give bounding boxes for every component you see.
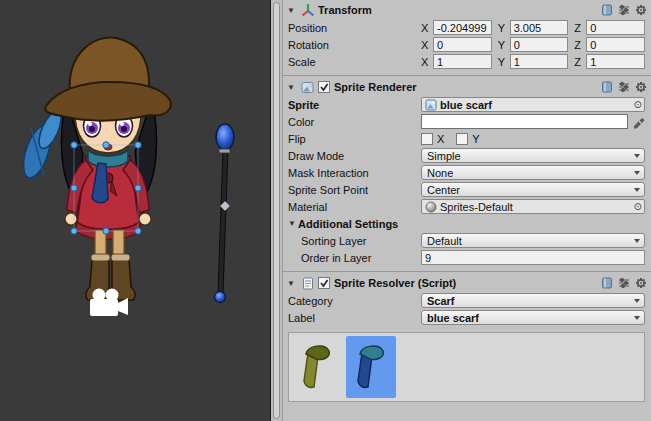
scale-z-field[interactable]	[586, 54, 645, 69]
sprite-renderer-enabled-checkbox[interactable]	[318, 81, 330, 93]
position-z-field[interactable]	[586, 20, 645, 35]
sorting-layer-label: Sorting Layer	[288, 235, 421, 247]
rotation-row: Rotation X Y Z	[283, 36, 651, 53]
axis-x-label: X	[421, 39, 430, 51]
transform-component: ▼ Transform Position X Y	[283, 0, 651, 70]
green-scarf-thumbnail[interactable]	[292, 336, 342, 398]
eyedropper-icon[interactable]	[632, 115, 645, 128]
label-dropdown[interactable]: blue scarf	[421, 310, 645, 325]
sprite-object-field[interactable]: blue scarf ⊙	[421, 97, 645, 112]
transform-header[interactable]: ▼ Transform	[283, 1, 651, 19]
sorting-layer-row: Sorting Layer Default	[283, 232, 651, 249]
rotation-y-field[interactable]	[510, 37, 569, 52]
sprite-resolver-header[interactable]: ▼ Sprite Resolver (Script)	[283, 274, 651, 292]
mask-interaction-dropdown[interactable]: None	[421, 165, 645, 180]
help-icon[interactable]	[600, 4, 613, 17]
sprite-row: Sprite blue scarf ⊙	[283, 96, 651, 113]
presets-icon[interactable]	[617, 81, 630, 94]
rotation-z-field[interactable]	[586, 37, 645, 52]
transform-icon	[301, 4, 314, 17]
help-icon[interactable]	[600, 277, 613, 290]
category-label: Category	[288, 295, 421, 307]
sprite-variant-picker	[288, 332, 645, 402]
label-value: blue scarf	[427, 312, 479, 324]
color-swatch[interactable]	[421, 114, 628, 129]
draw-mode-row: Draw Mode Simple	[283, 147, 651, 164]
scale-x-field[interactable]	[433, 54, 492, 69]
flip-row: Flip X Y	[283, 130, 651, 147]
position-y-field[interactable]	[510, 20, 569, 35]
sprite-resolver-enabled-checkbox[interactable]	[318, 277, 330, 289]
axis-x-label: X	[421, 22, 430, 34]
material-row: Material Sprites-Default ⊙	[283, 198, 651, 215]
rotation-label: Rotation	[288, 39, 421, 51]
staff-prop[interactable]	[215, 124, 235, 303]
axis-z-label: Z	[574, 22, 583, 34]
scale-y-field[interactable]	[510, 54, 569, 69]
sorting-layer-dropdown[interactable]: Default	[421, 233, 645, 248]
order-in-layer-label: Order in Layer	[288, 252, 421, 264]
sprite-sort-point-value: Center	[427, 184, 460, 196]
axis-z-label: Z	[574, 56, 583, 68]
order-in-layer-field[interactable]	[421, 250, 645, 265]
foldout-arrow-icon[interactable]: ▼	[287, 6, 297, 15]
scene-canvas	[0, 0, 270, 421]
scale-label: Scale	[288, 56, 421, 68]
material-asset-icon	[425, 201, 437, 213]
sorting-layer-value: Default	[427, 235, 462, 247]
scene-view[interactable]	[0, 0, 270, 421]
script-icon	[301, 277, 314, 290]
foldout-arrow-icon[interactable]: ▼	[287, 279, 297, 288]
hat	[45, 37, 171, 120]
sprite-renderer-header[interactable]: ▼ Sprite Renderer	[283, 78, 651, 96]
gear-icon[interactable]	[634, 4, 647, 17]
additional-settings-row[interactable]: ▼ Additional Settings	[283, 215, 651, 232]
draw-mode-dropdown[interactable]: Simple	[421, 148, 645, 163]
sprite-resolver-component: ▼ Sprite Resolver (Script) Cat	[283, 271, 651, 402]
category-row: Category Scarf	[283, 292, 651, 309]
flip-y-checkbox[interactable]	[456, 133, 468, 145]
mask-interaction-row: Mask Interaction None	[283, 164, 651, 181]
scrollbar-thumb[interactable]	[273, 2, 280, 419]
position-label: Position	[288, 22, 421, 34]
position-x-field[interactable]	[433, 20, 492, 35]
flip-label: Flip	[288, 133, 421, 145]
axis-y-label: Y	[498, 22, 507, 34]
presets-icon[interactable]	[617, 4, 630, 17]
order-in-layer-row: Order in Layer	[283, 249, 651, 266]
character-sprite[interactable]	[18, 37, 171, 316]
label-label: Label	[288, 312, 421, 324]
help-icon[interactable]	[600, 81, 613, 94]
inspector-scrollbar[interactable]	[270, 0, 283, 421]
material-object-field[interactable]: Sprites-Default ⊙	[421, 199, 645, 214]
gear-icon[interactable]	[634, 81, 647, 94]
material-value: Sprites-Default	[440, 201, 631, 213]
transform-title: Transform	[318, 4, 372, 16]
sprite-sort-point-label: Sprite Sort Point	[288, 184, 421, 196]
presets-icon[interactable]	[617, 277, 630, 290]
flip-x-checkbox[interactable]	[421, 133, 433, 145]
object-picker-icon[interactable]: ⊙	[634, 100, 642, 110]
scale-row: Scale X Y Z	[283, 53, 651, 70]
gear-icon[interactable]	[634, 277, 647, 290]
color-row: Color	[283, 113, 651, 130]
object-picker-icon[interactable]: ⊙	[634, 202, 642, 212]
flip-x-label: X	[437, 133, 444, 145]
sprite-sort-point-dropdown[interactable]: Center	[421, 182, 645, 197]
color-label: Color	[288, 116, 421, 128]
category-value: Scarf	[427, 295, 455, 307]
blue-scarf-thumbnail[interactable]	[346, 336, 396, 398]
sprite-label: Sprite	[288, 99, 421, 111]
foldout-arrow-icon[interactable]: ▼	[287, 83, 297, 92]
axis-y-label: Y	[498, 39, 507, 51]
rotation-x-field[interactable]	[433, 37, 492, 52]
sprite-renderer-icon	[301, 81, 314, 94]
sprite-renderer-title: Sprite Renderer	[334, 81, 417, 93]
sprite-sort-point-row: Sprite Sort Point Center	[283, 181, 651, 198]
sprite-asset-icon	[425, 99, 437, 111]
material-label: Material	[288, 201, 421, 213]
sprite-renderer-component: ▼ Sprite Renderer Sprite	[283, 75, 651, 266]
category-dropdown[interactable]: Scarf	[421, 293, 645, 308]
foldout-arrow-icon[interactable]: ▼	[288, 219, 298, 228]
axis-x-label: X	[421, 56, 430, 68]
